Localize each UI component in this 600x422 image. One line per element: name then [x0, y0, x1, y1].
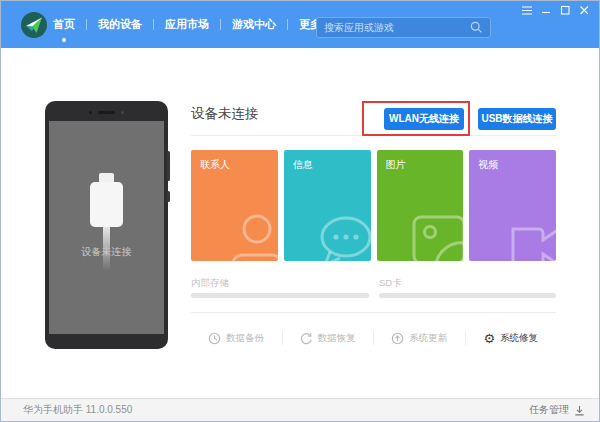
- active-page-dot: [62, 38, 66, 42]
- nav-item-home[interactable]: 首页: [51, 1, 77, 48]
- pictures-icon: [406, 207, 463, 261]
- usb-connect-button[interactable]: USB数据线连接: [478, 108, 556, 130]
- tile-pictures[interactable]: 图片: [377, 150, 464, 261]
- tile-label: 信息: [293, 158, 313, 172]
- tile-contacts[interactable]: 联系人: [191, 150, 278, 261]
- nav-item-app-market[interactable]: 应用市场: [163, 1, 211, 48]
- contacts-icon: [221, 207, 278, 261]
- internal-storage-label: 内部存储: [191, 277, 229, 290]
- gear-icon: ⚙: [483, 332, 495, 345]
- usb-plug-body: [90, 182, 123, 227]
- divider: [191, 135, 556, 136]
- sd-card-label: SD卡: [379, 277, 402, 290]
- power-button: [167, 191, 170, 202]
- tile-label: 联系人: [200, 158, 230, 172]
- nav-item-my-device[interactable]: 我的设备: [96, 1, 144, 48]
- message-icon: [314, 207, 371, 261]
- nav-separator: [287, 19, 288, 30]
- speaker-slot: [98, 111, 115, 114]
- task-manager-label: 任务管理: [529, 403, 569, 417]
- divider: [191, 312, 556, 313]
- maximize-button[interactable]: [559, 5, 571, 16]
- tile-videos[interactable]: 视频: [469, 150, 556, 261]
- nav-separator: [153, 19, 154, 30]
- title-bar: 首页 我的设备 应用市场 游戏中心 更多服务 搜索应用或游戏: [1, 1, 599, 48]
- action-system-repair[interactable]: ⚙ 系统修复: [466, 332, 557, 345]
- action-row: 数据备份 数据恢复 系统更新 ⚙ 系统修复: [191, 325, 556, 351]
- nav-item-label: 首页: [53, 17, 75, 32]
- sd-card-bar: [379, 293, 556, 298]
- nav-item-game-center[interactable]: 游戏中心: [230, 1, 278, 48]
- close-button[interactable]: [578, 5, 590, 16]
- tile-label: 视频: [478, 158, 498, 172]
- volume-button: [167, 151, 170, 181]
- nav-item-label: 应用市场: [165, 17, 209, 32]
- restore-arrow-icon: [300, 332, 313, 345]
- tile-label: 图片: [386, 158, 406, 172]
- action-label: 数据备份: [226, 332, 264, 345]
- category-tiles: 联系人 信息 图片 视频: [191, 150, 556, 261]
- action-data-backup[interactable]: 数据备份: [191, 332, 282, 345]
- nav-separator: [220, 19, 221, 30]
- device-screen: 设备未连接: [49, 121, 164, 334]
- app-logo-icon: [21, 12, 47, 38]
- action-label: 系统修复: [500, 332, 538, 345]
- search-placeholder: 搜索应用或游戏: [324, 21, 470, 35]
- nav-separator: [86, 19, 87, 30]
- action-label: 系统更新: [409, 332, 447, 345]
- window-controls: [521, 5, 590, 16]
- action-label: 数据恢复: [318, 332, 356, 345]
- update-arrow-icon: [391, 332, 404, 345]
- task-manager-link[interactable]: 任务管理: [529, 403, 585, 417]
- front-camera-dot: [89, 111, 92, 114]
- page-title: 设备未连接: [191, 105, 259, 123]
- internal-storage-bar: [191, 293, 369, 298]
- video-camera-icon: [499, 207, 556, 261]
- backup-clock-icon: [208, 332, 221, 345]
- minimize-button[interactable]: [540, 5, 552, 16]
- wlan-connect-button[interactable]: WLAN无线连接: [384, 108, 464, 130]
- app-version-text: 华为手机助手 11.0.0.550: [23, 403, 132, 417]
- tile-messages[interactable]: 信息: [284, 150, 371, 261]
- search-icon[interactable]: [470, 21, 483, 34]
- menu-icon[interactable]: [521, 5, 533, 16]
- main-nav: 首页 我的设备 应用市场 游戏中心 更多服务: [51, 1, 355, 48]
- status-bar: 华为手机助手 11.0.0.550 任务管理: [1, 398, 599, 421]
- search-box[interactable]: 搜索应用或游戏: [316, 17, 491, 38]
- nav-item-label: 游戏中心: [232, 17, 276, 32]
- app-window: 首页 我的设备 应用市场 游戏中心 更多服务 搜索应用或游戏: [0, 0, 600, 422]
- download-icon: [574, 405, 585, 416]
- action-system-update[interactable]: 系统更新: [374, 332, 465, 345]
- sensor-dot: [121, 111, 124, 114]
- device-status-text: 设备未连接: [49, 245, 164, 259]
- device-illustration: 设备未连接: [45, 101, 168, 349]
- nav-item-label: 我的设备: [98, 17, 142, 32]
- action-data-restore[interactable]: 数据恢复: [283, 332, 374, 345]
